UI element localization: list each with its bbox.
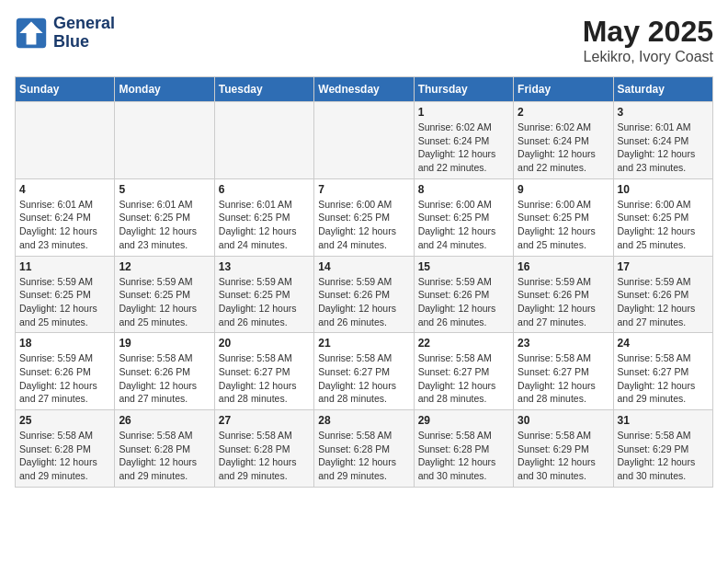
day-number: 13 — [219, 260, 310, 273]
day-number: 20 — [219, 337, 310, 350]
day-number: 22 — [418, 337, 509, 350]
calendar-cell — [314, 102, 414, 179]
day-number: 10 — [618, 183, 709, 196]
page-header: General Blue May 2025 Lekikro, Ivory Coa… — [15, 15, 713, 65]
day-number: 17 — [618, 260, 709, 273]
calendar-cell: 30Sunrise: 5:58 AM Sunset: 6:29 PM Dayli… — [514, 410, 613, 488]
day-info: Sunrise: 5:58 AM Sunset: 6:27 PM Dayligh… — [418, 351, 509, 406]
calendar-cell: 6Sunrise: 6:01 AM Sunset: 6:25 PM Daylig… — [214, 178, 313, 256]
day-info: Sunrise: 5:58 AM Sunset: 6:26 PM Dayligh… — [119, 351, 210, 406]
calendar-cell: 4Sunrise: 6:01 AM Sunset: 6:24 PM Daylig… — [16, 178, 115, 256]
day-number: 16 — [518, 260, 609, 273]
day-number: 8 — [418, 183, 509, 196]
day-info: Sunrise: 5:59 AM Sunset: 6:25 PM Dayligh… — [119, 275, 210, 329]
day-number: 18 — [19, 337, 110, 350]
day-info: Sunrise: 6:02 AM Sunset: 6:24 PM Dayligh… — [518, 121, 609, 175]
calendar-cell: 25Sunrise: 5:58 AM Sunset: 6:28 PM Dayli… — [16, 410, 115, 488]
day-number: 30 — [518, 414, 609, 427]
calendar-cell: 29Sunrise: 5:58 AM Sunset: 6:28 PM Dayli… — [414, 410, 513, 488]
calendar-cell: 11Sunrise: 5:59 AM Sunset: 6:25 PM Dayli… — [16, 256, 115, 333]
calendar-cell: 28Sunrise: 5:58 AM Sunset: 6:28 PM Dayli… — [314, 410, 414, 488]
day-info: Sunrise: 6:01 AM Sunset: 6:25 PM Dayligh… — [119, 198, 210, 252]
calendar-cell: 15Sunrise: 5:59 AM Sunset: 6:26 PM Dayli… — [414, 256, 513, 333]
day-info: Sunrise: 5:59 AM Sunset: 6:26 PM Dayligh… — [418, 275, 509, 329]
calendar-cell: 18Sunrise: 5:59 AM Sunset: 6:26 PM Dayli… — [16, 333, 115, 410]
logo-text: General Blue — [53, 15, 115, 52]
day-info: Sunrise: 6:00 AM Sunset: 6:25 PM Dayligh… — [518, 198, 609, 252]
day-number: 3 — [618, 106, 709, 119]
day-info: Sunrise: 5:58 AM Sunset: 6:28 PM Dayligh… — [119, 429, 210, 483]
day-number: 31 — [618, 414, 709, 427]
calendar-cell: 23Sunrise: 5:58 AM Sunset: 6:27 PM Dayli… — [514, 333, 613, 410]
title-block: May 2025 Lekikro, Ivory Coast — [583, 15, 713, 65]
calendar-week-row: 25Sunrise: 5:58 AM Sunset: 6:28 PM Dayli… — [16, 410, 713, 488]
day-number: 28 — [318, 414, 409, 427]
day-info: Sunrise: 6:00 AM Sunset: 6:25 PM Dayligh… — [418, 198, 509, 252]
calendar-cell: 7Sunrise: 6:00 AM Sunset: 6:25 PM Daylig… — [314, 178, 414, 256]
day-number: 27 — [219, 414, 310, 427]
weekday-header: Tuesday — [214, 77, 313, 102]
day-info: Sunrise: 5:58 AM Sunset: 6:28 PM Dayligh… — [318, 429, 409, 483]
logo: General Blue — [15, 15, 115, 52]
calendar-table: SundayMondayTuesdayWednesdayThursdayFrid… — [15, 76, 713, 488]
day-info: Sunrise: 5:59 AM Sunset: 6:26 PM Dayligh… — [19, 351, 110, 406]
day-number: 9 — [518, 183, 609, 196]
day-number: 15 — [418, 260, 509, 273]
day-info: Sunrise: 5:58 AM Sunset: 6:29 PM Dayligh… — [518, 429, 609, 483]
weekday-header: Sunday — [16, 77, 115, 102]
day-number: 24 — [618, 337, 709, 350]
day-number: 5 — [119, 183, 210, 196]
day-info: Sunrise: 5:58 AM Sunset: 6:28 PM Dayligh… — [19, 429, 110, 483]
calendar-cell: 26Sunrise: 5:58 AM Sunset: 6:28 PM Dayli… — [115, 410, 214, 488]
calendar-cell: 5Sunrise: 6:01 AM Sunset: 6:25 PM Daylig… — [115, 178, 214, 256]
day-number: 2 — [518, 106, 609, 119]
day-number: 21 — [318, 337, 409, 350]
day-info: Sunrise: 5:59 AM Sunset: 6:26 PM Dayligh… — [618, 275, 709, 329]
calendar-cell: 14Sunrise: 5:59 AM Sunset: 6:26 PM Dayli… — [314, 256, 414, 333]
weekday-row: SundayMondayTuesdayWednesdayThursdayFrid… — [16, 77, 713, 102]
calendar-week-row: 1Sunrise: 6:02 AM Sunset: 6:24 PM Daylig… — [16, 102, 713, 179]
calendar-cell — [16, 102, 115, 179]
weekday-header: Wednesday — [314, 77, 414, 102]
calendar-body: 1Sunrise: 6:02 AM Sunset: 6:24 PM Daylig… — [16, 102, 713, 488]
day-info: Sunrise: 6:01 AM Sunset: 6:24 PM Dayligh… — [19, 198, 110, 252]
day-number: 26 — [119, 414, 210, 427]
day-number: 19 — [119, 337, 210, 350]
calendar-cell: 2Sunrise: 6:02 AM Sunset: 6:24 PM Daylig… — [514, 102, 613, 179]
day-number: 23 — [518, 337, 609, 350]
day-number: 25 — [19, 414, 110, 427]
day-info: Sunrise: 6:00 AM Sunset: 6:25 PM Dayligh… — [318, 198, 409, 252]
day-info: Sunrise: 5:58 AM Sunset: 6:27 PM Dayligh… — [318, 351, 409, 406]
weekday-header: Thursday — [414, 77, 513, 102]
weekday-header: Monday — [115, 77, 214, 102]
day-number: 1 — [418, 106, 509, 119]
day-info: Sunrise: 6:02 AM Sunset: 6:24 PM Dayligh… — [418, 121, 509, 175]
day-info: Sunrise: 5:58 AM Sunset: 6:27 PM Dayligh… — [518, 351, 609, 406]
day-info: Sunrise: 5:58 AM Sunset: 6:27 PM Dayligh… — [219, 351, 310, 406]
day-info: Sunrise: 5:58 AM Sunset: 6:29 PM Dayligh… — [618, 429, 709, 483]
day-number: 29 — [418, 414, 509, 427]
calendar-cell: 3Sunrise: 6:01 AM Sunset: 6:24 PM Daylig… — [613, 102, 712, 179]
calendar-cell: 19Sunrise: 5:58 AM Sunset: 6:26 PM Dayli… — [115, 333, 214, 410]
day-info: Sunrise: 5:59 AM Sunset: 6:25 PM Dayligh… — [19, 275, 110, 329]
day-number: 6 — [219, 183, 310, 196]
calendar-cell: 9Sunrise: 6:00 AM Sunset: 6:25 PM Daylig… — [514, 178, 613, 256]
calendar-cell: 16Sunrise: 5:59 AM Sunset: 6:26 PM Dayli… — [514, 256, 613, 333]
calendar-cell: 8Sunrise: 6:00 AM Sunset: 6:25 PM Daylig… — [414, 178, 513, 256]
calendar-cell — [115, 102, 214, 179]
day-info: Sunrise: 5:59 AM Sunset: 6:26 PM Dayligh… — [518, 275, 609, 329]
calendar-week-row: 4Sunrise: 6:01 AM Sunset: 6:24 PM Daylig… — [16, 178, 713, 256]
day-number: 4 — [19, 183, 110, 196]
calendar-cell: 21Sunrise: 5:58 AM Sunset: 6:27 PM Dayli… — [314, 333, 414, 410]
calendar-cell: 1Sunrise: 6:02 AM Sunset: 6:24 PM Daylig… — [414, 102, 513, 179]
day-info: Sunrise: 6:01 AM Sunset: 6:24 PM Dayligh… — [618, 121, 709, 175]
day-info: Sunrise: 5:58 AM Sunset: 6:28 PM Dayligh… — [219, 429, 310, 483]
day-number: 12 — [119, 260, 210, 273]
day-info: Sunrise: 5:58 AM Sunset: 6:28 PM Dayligh… — [418, 429, 509, 483]
weekday-header: Saturday — [613, 77, 712, 102]
calendar-cell: 17Sunrise: 5:59 AM Sunset: 6:26 PM Dayli… — [613, 256, 712, 333]
day-info: Sunrise: 5:58 AM Sunset: 6:27 PM Dayligh… — [618, 351, 709, 406]
calendar-header: SundayMondayTuesdayWednesdayThursdayFrid… — [16, 77, 713, 102]
calendar-cell: 22Sunrise: 5:58 AM Sunset: 6:27 PM Dayli… — [414, 333, 513, 410]
calendar-cell: 13Sunrise: 5:59 AM Sunset: 6:25 PM Dayli… — [214, 256, 313, 333]
